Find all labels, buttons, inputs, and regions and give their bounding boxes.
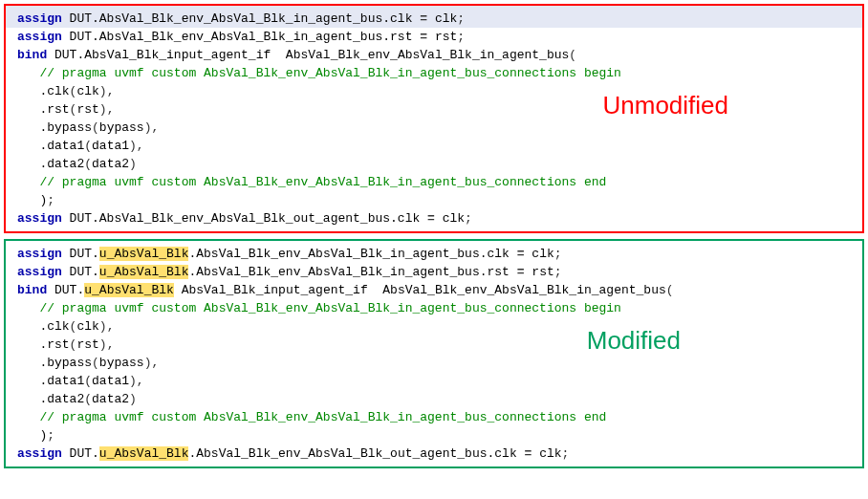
comment-line: // pragma uvmf custom AbsVal_Blk_env_Abs… bbox=[17, 408, 851, 426]
code-line: assign DUT.AbsVal_Blk_env_AbsVal_Blk_in_… bbox=[6, 6, 862, 28]
signal-name: clk bbox=[76, 84, 98, 98]
comma: , bbox=[107, 319, 115, 334]
signal-name: rst bbox=[76, 102, 98, 117]
close-indent: ) bbox=[17, 428, 47, 443]
comment-line: // pragma uvmf custom AbsVal_Blk_env_Abs… bbox=[17, 173, 851, 191]
keyword-assign: assign bbox=[17, 265, 62, 279]
port-name: .data1 bbox=[17, 374, 84, 388]
port-name: .rst bbox=[17, 337, 70, 352]
semicolon: ; bbox=[562, 446, 570, 461]
keyword-assign: assign bbox=[17, 446, 62, 461]
port-name: .clk bbox=[17, 84, 70, 98]
comma: , bbox=[107, 337, 115, 352]
code-text: DUT. bbox=[62, 247, 99, 261]
code-text: .AbsVal_Blk_env_AbsVal_Blk_in_agent_bus.… bbox=[188, 247, 516, 261]
code-line: assign DUT.u_AbsVal_Blk.AbsVal_Blk_env_A… bbox=[17, 445, 851, 463]
open-paren: ( bbox=[84, 392, 92, 406]
semicolon: ; bbox=[47, 193, 54, 207]
highlighted-text: u_AbsVal_Blk bbox=[99, 247, 189, 261]
code-line: .data2(data2) bbox=[17, 155, 851, 173]
port-name: .bypass bbox=[17, 120, 92, 135]
open-paren: ( bbox=[666, 283, 674, 297]
semicolon: ; bbox=[457, 11, 465, 26]
code-text: AbsVal_Blk_input_agent_if AbsVal_Blk_env… bbox=[174, 283, 666, 297]
comma: , bbox=[107, 102, 115, 117]
signal-name: data1 bbox=[92, 139, 129, 153]
comma: , bbox=[137, 374, 144, 388]
code-text: DUT.AbsVal_Blk_input_agent_if AbsVal_Blk… bbox=[47, 48, 569, 62]
code-line: ); bbox=[17, 426, 851, 445]
highlighted-text: u_AbsVal_Blk bbox=[99, 446, 189, 461]
comment-line: // pragma uvmf custom AbsVal_Blk_env_Abs… bbox=[17, 64, 851, 82]
op-eq: = bbox=[517, 247, 525, 261]
close-paren: ) bbox=[129, 139, 137, 153]
close-paren: ) bbox=[129, 157, 137, 171]
keyword-bind: bind bbox=[17, 48, 47, 62]
semicolon: ; bbox=[554, 247, 562, 261]
open-paren: ( bbox=[92, 120, 99, 135]
highlighted-text: u_AbsVal_Blk bbox=[99, 265, 189, 279]
keyword-assign: assign bbox=[17, 30, 62, 44]
unmodified-label: Unmodified bbox=[602, 97, 728, 115]
code-line: bind DUT.AbsVal_Blk_input_agent_if AbsVa… bbox=[17, 46, 851, 64]
code-text: .AbsVal_Blk_env_AbsVal_Blk_in_agent_bus.… bbox=[188, 265, 516, 279]
semicolon: ; bbox=[457, 30, 465, 44]
close-paren: ) bbox=[99, 102, 107, 117]
close-paren: ) bbox=[129, 392, 137, 406]
code-text: DUT.AbsVal_Blk_env_AbsVal_Blk_out_agent_… bbox=[62, 211, 427, 226]
code-text: rst bbox=[525, 265, 554, 279]
comma: , bbox=[107, 84, 115, 98]
code-line: .clk(clk), bbox=[17, 317, 851, 336]
close-paren: ) bbox=[129, 374, 137, 388]
close-paren: ) bbox=[99, 337, 107, 352]
code-text: DUT. bbox=[47, 283, 84, 297]
code-line: assign DUT.u_AbsVal_Blk.AbsVal_Blk_env_A… bbox=[17, 263, 851, 281]
close-indent: ) bbox=[17, 193, 47, 207]
port-name: .bypass bbox=[17, 356, 92, 370]
open-paren: ( bbox=[92, 356, 99, 370]
code-text: rst bbox=[427, 30, 457, 44]
close-paren: ) bbox=[99, 319, 107, 334]
op-eq: = bbox=[420, 11, 427, 26]
port-name: .rst bbox=[17, 102, 70, 117]
signal-name: bypass bbox=[99, 356, 144, 370]
keyword-assign: assign bbox=[17, 11, 62, 26]
highlighted-text: u_AbsVal_Blk bbox=[84, 283, 174, 297]
code-text: clk bbox=[427, 11, 457, 26]
signal-name: rst bbox=[76, 337, 98, 352]
op-eq: = bbox=[427, 211, 435, 226]
code-text: DUT.AbsVal_Blk_env_AbsVal_Blk_in_agent_b… bbox=[62, 30, 420, 44]
semicolon: ; bbox=[554, 265, 562, 279]
port-name: .clk bbox=[17, 319, 70, 334]
open-paren: ( bbox=[569, 48, 576, 62]
code-line: .rst(rst), bbox=[17, 336, 851, 354]
code-text: DUT. bbox=[62, 265, 99, 279]
close-paren: ) bbox=[99, 84, 107, 98]
open-paren: ( bbox=[84, 139, 92, 153]
code-text: clk bbox=[435, 211, 465, 226]
signal-name: data1 bbox=[92, 374, 129, 388]
open-paren: ( bbox=[84, 374, 92, 388]
comma: , bbox=[137, 139, 144, 153]
port-name: .data2 bbox=[17, 157, 84, 171]
code-text: DUT.AbsVal_Blk_env_AbsVal_Blk_in_agent_b… bbox=[62, 11, 420, 26]
code-text: clk bbox=[525, 247, 554, 261]
signal-name: data2 bbox=[92, 392, 129, 406]
code-line: assign DUT.AbsVal_Blk_env_AbsVal_Blk_out… bbox=[17, 209, 851, 228]
signal-name: clk bbox=[76, 319, 98, 334]
code-line: .data2(data2) bbox=[17, 390, 851, 408]
code-line: .data1(data1), bbox=[17, 372, 851, 390]
comment-line: // pragma uvmf custom AbsVal_Blk_env_Abs… bbox=[17, 299, 851, 317]
semicolon: ; bbox=[465, 211, 472, 226]
code-line: .data1(data1), bbox=[17, 137, 851, 155]
modified-code-block: Modified assign DUT.u_AbsVal_Blk.AbsVal_… bbox=[4, 239, 864, 468]
semicolon: ; bbox=[47, 428, 54, 443]
comma: , bbox=[151, 120, 159, 135]
code-line: ); bbox=[17, 191, 851, 209]
open-paren: ( bbox=[84, 157, 92, 171]
code-line: assign DUT.AbsVal_Blk_env_AbsVal_Blk_in_… bbox=[17, 28, 851, 46]
keyword-assign: assign bbox=[17, 247, 62, 261]
keyword-assign: assign bbox=[17, 211, 62, 226]
port-name: .data1 bbox=[17, 139, 84, 153]
unmodified-code-block: Unmodified assign DUT.AbsVal_Blk_env_Abs… bbox=[4, 4, 864, 233]
